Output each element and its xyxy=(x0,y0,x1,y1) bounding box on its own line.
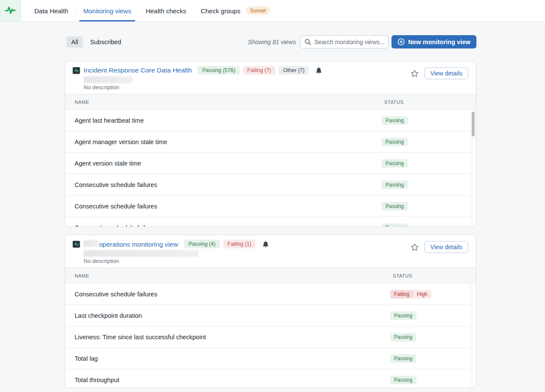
new-monitoring-view-label: New monitoring view xyxy=(408,39,470,45)
status-badge: Passing xyxy=(382,116,408,125)
column-header-name: Name xyxy=(65,273,387,278)
monitoring-view-card: Incident Response Core Data Health Passi… xyxy=(65,61,476,227)
table-row[interactable]: Consecutive schedule failuresPassing xyxy=(65,174,476,196)
check-name: Last checkpoint duration xyxy=(65,312,387,319)
table-row[interactable]: Liveness: Time since last successful che… xyxy=(65,326,476,348)
tab-data-health[interactable]: Data Health xyxy=(27,0,75,21)
passing-count-badge: Passing (4) xyxy=(184,240,220,248)
pulse-logo-icon xyxy=(5,5,16,17)
check-name: Consecutive schedule failures xyxy=(65,224,378,227)
column-header-status: Status xyxy=(387,273,476,278)
status-badge: Passing xyxy=(382,138,408,146)
table-row[interactable]: Consecutive schedule failuresPassing xyxy=(65,217,476,227)
redacted-text xyxy=(84,240,98,247)
passing-count-badge: Passing (576) xyxy=(198,66,239,75)
nav-tabs: Data Health Monitoring views Health chec… xyxy=(27,0,270,21)
search-box xyxy=(300,35,388,48)
card-header: Incident Response Core Data Health Passi… xyxy=(65,61,476,94)
status-badge: Passing xyxy=(390,311,416,320)
sunset-badge: Sunset xyxy=(246,6,270,15)
column-header-status: Status xyxy=(378,100,476,105)
search-icon xyxy=(304,39,311,45)
view-details-button[interactable]: View details xyxy=(425,67,468,79)
filter-subscribed[interactable]: Subscribed xyxy=(85,36,126,48)
tab-check-groups[interactable]: Check groups xyxy=(193,0,242,21)
status-cell: Passing xyxy=(378,181,476,189)
table-body: Agent last heartbeat timePassingAgent ma… xyxy=(65,110,476,227)
status-badge: Passing xyxy=(382,181,408,189)
table-header-row: Name Status xyxy=(65,268,476,283)
check-name: Agent manager version stale time xyxy=(65,139,378,145)
status-cell: Passing xyxy=(378,223,476,227)
check-name: Total throughput xyxy=(65,377,387,383)
monitor-pulse-icon xyxy=(72,241,80,248)
status-cell: Passing xyxy=(378,159,476,168)
table-row[interactable]: Consecutive schedule failuresFailingHigh xyxy=(65,283,476,305)
other-count-badge: Other (7) xyxy=(279,66,309,75)
status-badge: Passing xyxy=(382,159,408,168)
failing-count-badge: Failing (1) xyxy=(223,240,256,248)
check-name: Consecutive schedule failures xyxy=(65,203,378,210)
scrollbar-thumb[interactable] xyxy=(472,112,475,136)
table-row[interactable]: Agent last heartbeat timePassing xyxy=(65,110,476,131)
status-cell: Passing xyxy=(378,202,476,211)
redacted-text xyxy=(84,76,132,83)
table-scrollbar[interactable] xyxy=(470,284,476,388)
monitoring-view-card: operations monitoring view Passing (4)Fa… xyxy=(65,235,476,388)
table-row[interactable]: Total throughputPassing xyxy=(65,369,476,388)
status-cell: Passing xyxy=(378,138,476,146)
description-text: No description xyxy=(84,84,467,90)
severity-badge: High xyxy=(413,290,431,299)
tab-monitoring-views[interactable]: Monitoring views xyxy=(76,0,139,21)
table-scrollbar[interactable] xyxy=(470,110,476,227)
check-name: Agent last heartbeat time xyxy=(65,117,378,124)
showing-count-text: Showing 81 views xyxy=(248,39,296,45)
failing-count-badge: Failing (7) xyxy=(243,66,276,75)
tab-health-checks[interactable]: Health checks xyxy=(139,0,193,21)
bell-icon[interactable] xyxy=(262,241,269,248)
table-row[interactable]: Last checkpoint durationPassing xyxy=(65,305,476,326)
status-cell: Passing xyxy=(387,354,476,363)
status-count-badges: Passing (576)Failing (7)Other (7) xyxy=(198,66,309,75)
status-badge: Failing xyxy=(390,290,413,299)
table-row[interactable]: Agent manager version stale timePassing xyxy=(65,131,476,153)
check-name: Agent version stale time xyxy=(65,160,378,167)
status-cell: FailingHigh xyxy=(387,290,476,299)
card-header: operations monitoring view Passing (4)Fa… xyxy=(65,235,476,268)
views-toolbar: All Subscribed Showing 81 views New moni… xyxy=(65,35,476,48)
app-logo[interactable] xyxy=(0,0,21,21)
status-badge: Passing xyxy=(390,333,416,341)
view-details-button[interactable]: View details xyxy=(425,241,468,253)
checks-table: Name Status Agent last heartbeat timePas… xyxy=(65,94,476,227)
table-body: Consecutive schedule failuresFailingHigh… xyxy=(65,283,476,388)
status-cell: Passing xyxy=(387,333,476,341)
status-cell: Passing xyxy=(378,116,476,125)
table-header-row: Name Status xyxy=(65,94,476,110)
column-header-name: Name xyxy=(65,100,378,105)
star-icon[interactable] xyxy=(410,69,419,78)
filter-all[interactable]: All xyxy=(66,36,83,48)
redacted-text xyxy=(84,250,199,257)
monitor-pulse-icon xyxy=(72,67,80,74)
status-badge: Passing xyxy=(390,354,416,363)
view-title-link[interactable]: operations monitoring view xyxy=(84,240,178,248)
check-name: Liveness: Time since last successful che… xyxy=(65,334,387,341)
new-monitoring-view-button[interactable]: New monitoring view xyxy=(391,35,476,48)
status-badge: Passing xyxy=(382,223,408,227)
failing-severity-badge: FailingHigh xyxy=(390,290,431,299)
view-title-link[interactable]: Incident Response Core Data Health xyxy=(84,66,192,74)
search-input[interactable] xyxy=(314,39,384,45)
status-count-badges: Passing (4)Failing (1) xyxy=(184,240,256,248)
description-text: No description xyxy=(84,258,467,264)
check-name: Total lag xyxy=(65,355,387,362)
check-name: Consecutive schedule failures xyxy=(65,291,387,298)
table-row[interactable]: Consecutive schedule failuresPassing xyxy=(65,196,476,217)
star-icon[interactable] xyxy=(410,243,419,251)
top-navbar: Data Health Monitoring views Health chec… xyxy=(0,0,545,22)
status-cell: Passing xyxy=(387,311,476,320)
bell-icon[interactable] xyxy=(316,67,322,74)
status-cell: Passing xyxy=(387,376,476,384)
table-row[interactable]: Agent version stale timePassing xyxy=(65,153,476,174)
table-row[interactable]: Total lagPassing xyxy=(65,348,476,369)
checks-table: Name Status Consecutive schedule failure… xyxy=(65,268,476,388)
